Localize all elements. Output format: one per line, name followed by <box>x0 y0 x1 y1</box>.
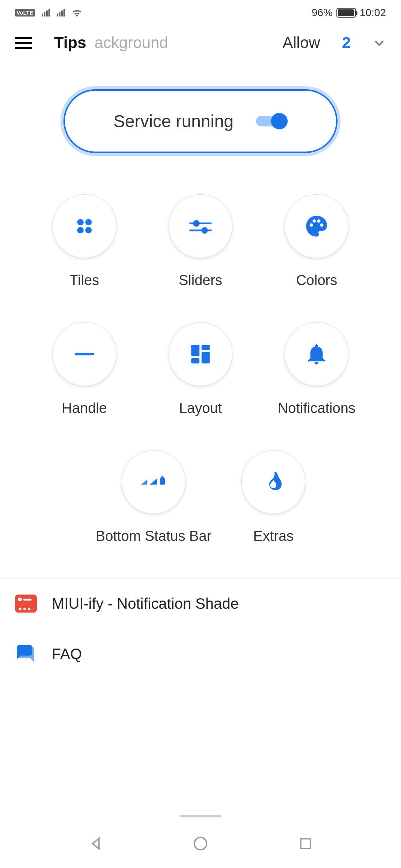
chat-icon <box>15 643 37 665</box>
svg-point-8 <box>310 224 313 227</box>
sliders-icon <box>169 194 232 258</box>
faq-label: FAQ <box>52 646 82 662</box>
bottom-status-bar-label: Bottom Status Bar <box>96 528 211 544</box>
item-handle[interactable]: Handle <box>53 322 116 416</box>
switch-thumb <box>271 113 288 129</box>
tips-count: 2 <box>342 34 351 52</box>
service-label: Service running <box>113 111 234 131</box>
service-pill[interactable]: Service running <box>63 89 338 153</box>
svg-point-0 <box>77 219 83 225</box>
extras-label: Extras <box>253 528 294 544</box>
item-colors[interactable]: Colors <box>285 194 348 288</box>
status-bar: VoLTE 96% 10:02 <box>0 0 401 23</box>
sliders-label: Sliders <box>179 272 222 288</box>
miui-label: MIUI-ify - Notification Shade <box>52 595 239 612</box>
svg-point-5 <box>194 221 199 226</box>
list-item-faq[interactable]: FAQ <box>0 629 401 679</box>
svg-rect-14 <box>202 345 210 350</box>
svg-point-1 <box>85 219 92 225</box>
svg-point-10 <box>317 219 321 223</box>
fire-icon <box>241 450 305 514</box>
volte-badge: VoLTE <box>15 9 35 17</box>
signal-icon-2 <box>57 9 65 17</box>
svg-point-2 <box>77 227 83 233</box>
item-layout[interactable]: Layout <box>169 322 232 416</box>
status-right: 96% 10:02 <box>312 7 386 19</box>
svg-rect-17 <box>160 478 165 485</box>
navigation-bar <box>0 819 401 868</box>
colors-icon <box>285 194 348 258</box>
service-wrapper: Service running <box>0 67 401 183</box>
back-button[interactable] <box>86 834 105 853</box>
app-bar: Tips ackground Allow 2 <box>0 23 401 67</box>
bell-icon <box>285 322 348 386</box>
svg-point-19 <box>194 838 207 850</box>
svg-rect-13 <box>191 345 199 356</box>
battery-icon <box>336 8 356 18</box>
layout-icon <box>169 322 232 386</box>
handle-label: Handle <box>62 400 107 416</box>
clock: 10:02 <box>360 7 386 19</box>
service-toggle[interactable] <box>256 113 288 129</box>
item-bottom-status-bar[interactable]: Bottom Status Bar <box>96 450 211 544</box>
wifi-icon <box>72 9 82 17</box>
tiles-icon <box>53 194 116 258</box>
notifications-label: Notifications <box>278 400 356 416</box>
list-item-miui[interactable]: MIUI-ify - Notification Shade <box>0 578 401 629</box>
status-left: VoLTE <box>15 9 82 17</box>
recents-button[interactable] <box>296 834 315 853</box>
battery-percent: 96% <box>312 7 333 19</box>
status-bar-icon <box>122 450 185 514</box>
svg-point-7 <box>202 228 207 233</box>
colors-label: Colors <box>296 272 337 288</box>
handle-icon <box>53 322 116 386</box>
item-notifications[interactable]: Notifications <box>278 322 356 416</box>
svg-rect-15 <box>202 352 210 363</box>
settings-grid-row-3: Bottom Status Bar Extras <box>0 439 401 578</box>
svg-rect-16 <box>191 358 199 363</box>
svg-point-11 <box>320 224 324 227</box>
item-extras[interactable]: Extras <box>241 450 305 544</box>
home-button[interactable] <box>191 834 210 853</box>
item-tiles[interactable]: Tiles <box>53 194 116 288</box>
tiles-label: Tiles <box>69 272 99 288</box>
item-sliders[interactable]: Sliders <box>169 194 232 288</box>
svg-rect-20 <box>301 839 310 848</box>
settings-grid: Tiles Sliders Colors Handle Layout Notif… <box>0 183 401 439</box>
chevron-down-icon[interactable] <box>372 36 386 50</box>
layout-label: Layout <box>179 400 222 416</box>
signal-icon-1 <box>42 9 50 17</box>
background-label-partial: ackground <box>95 34 168 52</box>
svg-point-9 <box>313 219 316 223</box>
gesture-handle <box>180 815 221 817</box>
miui-icon <box>15 593 37 614</box>
menu-icon[interactable] <box>15 37 32 49</box>
allow-label: Allow <box>282 34 320 52</box>
tips-label[interactable]: Tips <box>54 34 86 52</box>
svg-rect-18 <box>161 476 164 478</box>
svg-point-3 <box>85 227 92 233</box>
